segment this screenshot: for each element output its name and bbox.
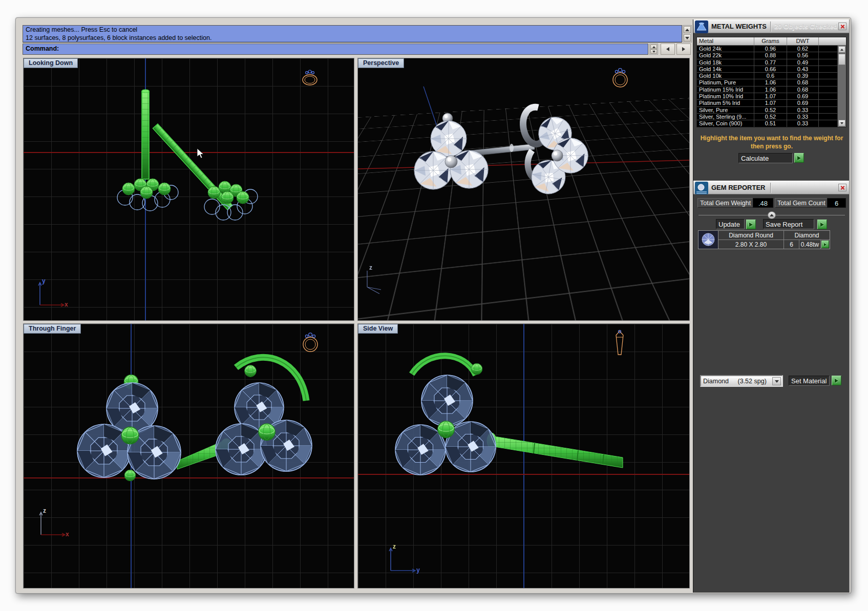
update-button[interactable]: Update	[716, 219, 745, 229]
table-row[interactable]: Platinum 15% Irid1.060.68	[697, 86, 837, 93]
table-row[interactable]: Gold 22k0.880.56	[697, 52, 837, 59]
spinner-down-icon[interactable]	[650, 49, 657, 54]
gem-cut-label: Diamond Round	[718, 231, 784, 239]
command-history-scrollbar[interactable]	[683, 25, 692, 42]
close-icon[interactable]	[838, 23, 846, 30]
viewport-tab-side-view[interactable]: Side View	[358, 324, 398, 334]
chevron-down-icon[interactable]	[772, 377, 781, 385]
calculate-go-icon[interactable]	[794, 153, 804, 163]
table-row[interactable]: Gold 10k0.60.39	[697, 73, 837, 79]
scroll-up-icon[interactable]	[838, 46, 845, 53]
gem-thumbnail	[698, 231, 718, 249]
axis-indicator: z	[368, 264, 399, 293]
gem-reporter-icon	[695, 182, 708, 194]
panel-title: GEM REPORTER	[711, 184, 765, 191]
model-earrings-top-view	[24, 58, 354, 320]
panel-title: METAL WEIGHTS	[711, 23, 767, 30]
metal-weights-instruction: Highlight the item you want to find the …	[695, 134, 848, 150]
gem-count-value: 6	[784, 240, 799, 249]
ring-view-icon	[299, 330, 322, 355]
viewport-grid: y x Looking Down	[23, 58, 692, 588]
axis-indicator: z x	[36, 507, 72, 539]
metal-weights-icon	[695, 20, 708, 33]
command-history-line: 12 surfaces, 8 polysurfaces, 6 block ins…	[23, 34, 682, 42]
table-row[interactable]: Platinum 10% Irid1.070.69	[697, 93, 837, 100]
scroll-up-icon[interactable]	[684, 26, 691, 33]
viewport-side-view[interactable]: z y Side View	[358, 324, 689, 588]
command-spinner[interactable]	[649, 43, 658, 55]
table-row[interactable]: Silver, Coin (900)0.510.33	[697, 120, 837, 127]
scroll-left-icon	[666, 47, 669, 51]
material-row: Diamond (3.52 spg) Set Material	[693, 375, 849, 387]
scrollbar-thumb[interactable]	[838, 54, 845, 65]
viewport-through-finger[interactable]: z x Through Finger	[24, 324, 354, 588]
axis-indicator: z y	[385, 543, 424, 575]
spinner-up-icon[interactable]	[650, 45, 657, 49]
axis-label-y: y	[416, 566, 420, 574]
metal-weights-header: METAL WEIGHTS 20 Objects Checked	[693, 19, 849, 33]
metal-weights-table: Metal Grams DWT Gold 24k0.960.62 Gold 22…	[696, 37, 846, 127]
calculate-button[interactable]: Calculate	[738, 153, 793, 163]
gem-buttons-row: Update Save Report	[693, 219, 849, 229]
command-row: Command:	[23, 43, 692, 55]
table-row[interactable]: Gold 24k0.960.62	[697, 46, 837, 52]
scroll-right-button[interactable]	[676, 43, 691, 55]
scroll-down-icon[interactable]	[684, 34, 691, 41]
scroll-left-button[interactable]	[661, 43, 675, 55]
total-gem-weight-value[interactable]: .48	[753, 198, 773, 208]
gem-size-value: 2.80 X 2.80	[718, 240, 784, 249]
gem-reporter-header: GEM REPORTER	[693, 181, 849, 194]
axis-label-x: x	[65, 301, 68, 308]
viewport-tab-looking-down[interactable]: Looking Down	[24, 58, 78, 68]
gem-total-weight-value: 0.48tw	[799, 240, 821, 249]
total-gem-count-label: Total Gem Count	[775, 198, 828, 208]
axis-label-z: z	[43, 507, 46, 514]
command-history[interactable]: Creating meshes... Press Esc to cancel 1…	[23, 25, 682, 42]
set-material-button[interactable]: Set Material	[789, 376, 830, 386]
table-row[interactable]: Gold 18k0.770.49	[697, 59, 837, 66]
material-select-value: Diamond	[703, 378, 729, 385]
table-row[interactable]: Gold 14k0.660.43	[697, 66, 837, 73]
update-go-icon[interactable]	[746, 220, 756, 229]
ring-view-icon	[612, 329, 627, 358]
column-header-dwt[interactable]: DWT	[787, 37, 819, 45]
material-select[interactable]: Diamond (3.52 spg)	[700, 375, 783, 387]
gem-material-label: Diamond	[784, 231, 830, 239]
axis-indicator: y x	[35, 278, 71, 309]
gem-row-go-icon[interactable]	[821, 241, 829, 248]
axis-label-x: x	[66, 531, 69, 538]
command-area: Creating meshes... Press Esc to cancel 1…	[23, 25, 692, 56]
header-divider	[770, 183, 771, 193]
save-report-button[interactable]: Save Report	[763, 219, 814, 229]
total-gem-count-value[interactable]: 6	[827, 198, 846, 208]
table-scrollbar[interactable]	[837, 46, 846, 127]
viewport-looking-down[interactable]: y x Looking Down	[24, 58, 354, 320]
collapse-toggle-icon[interactable]	[768, 211, 776, 219]
viewport-perspective[interactable]: z Perspective	[358, 58, 689, 320]
close-icon[interactable]	[838, 184, 846, 191]
scroll-down-icon[interactable]	[838, 120, 845, 126]
right-panel: METAL WEIGHTS 20 Objects Checked Metal G…	[693, 19, 850, 593]
model-earrings-front-view	[24, 324, 354, 588]
table-row[interactable]: Platinum 5% Irid1.070.69	[697, 100, 837, 106]
viewport-tab-through-finger[interactable]: Through Finger	[24, 324, 81, 334]
command-prompt-label: Command:	[26, 45, 59, 52]
model-earrings-perspective	[358, 58, 689, 320]
table-row[interactable]: Silver, Sterling (9...0.520.33	[697, 114, 837, 120]
material-density: (3.52 spg)	[738, 378, 767, 385]
column-header-metal[interactable]: Metal	[697, 37, 754, 45]
table-body: Gold 24k0.960.62 Gold 22k0.880.56 Gold 1…	[697, 46, 837, 127]
header-divider	[770, 21, 771, 32]
table-row[interactable]: Silver, Pure0.520.33	[697, 107, 837, 114]
gem-list-row[interactable]: Diamond Round Diamond 2.80 X 2.80 6 0.48…	[698, 230, 830, 249]
command-history-line: Creating meshes... Press Esc to cancel	[23, 26, 682, 34]
command-prompt[interactable]: Command:	[23, 43, 648, 55]
column-header-grams[interactable]: Grams	[754, 37, 787, 45]
save-report-go-icon[interactable]	[817, 220, 827, 229]
set-material-go-icon[interactable]	[832, 376, 841, 385]
table-row[interactable]: Platinum, Pure1.060.68	[697, 79, 837, 86]
axis-label-y: y	[42, 277, 46, 285]
table-header-row: Metal Grams DWT	[697, 37, 846, 46]
axis-label-z: z	[393, 543, 396, 550]
viewport-tab-perspective[interactable]: Perspective	[358, 58, 404, 68]
